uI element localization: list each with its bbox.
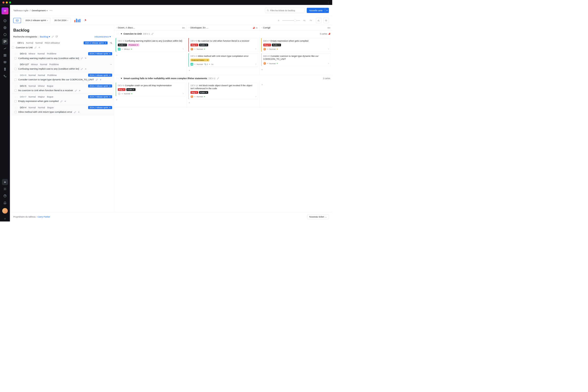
checkbox[interactable] — [14, 68, 17, 70]
drag-handle-icon[interactable]: ⋮⋮ — [116, 77, 120, 79]
board-card[interactable]: DEV-10Init block inside object doesn't g… — [188, 82, 258, 99]
nav-notifications[interactable] — [2, 200, 8, 206]
help-icon[interactable]: ? — [255, 63, 256, 66]
sprint-chip[interactable]: 2024.2 release sprint ✕ — [88, 52, 112, 55]
remove-icon[interactable]: ✕ — [196, 44, 197, 46]
help-icon[interactable]: ? — [328, 48, 329, 50]
backlog-row[interactable]: ⋮⋮ DEV-3 Mineur Normal Problème 2024.2 r… — [10, 51, 114, 62]
add-card-button[interactable]: + — [188, 101, 258, 105]
swimlane-header[interactable]: ⋮⋮ ▾ Smart-casting fails to infer nullab… — [114, 75, 332, 81]
checkbox[interactable] — [14, 100, 17, 102]
open-external-icon[interactable] — [55, 35, 58, 38]
swimlane-id[interactable]: DEV-1 — [143, 32, 150, 35]
tag[interactable]: Kotlin ✕ — [118, 44, 127, 46]
add-card-button[interactable]: + — [261, 68, 331, 72]
add-subtask-icon[interactable]: + — [85, 68, 87, 70]
chevron-left-icon[interactable]: ‹ — [116, 26, 117, 29]
breadcrumb-root[interactable]: Tableaux Agile — [13, 9, 28, 12]
help-icon[interactable]: ? — [328, 62, 329, 64]
owner-name[interactable]: Carry Parker — [38, 216, 50, 218]
sprint-chip[interactable]: 2024.2 release sprint ✕ — [88, 74, 112, 77]
more-icon[interactable]: ⋮ — [327, 1, 330, 4]
tag[interactable]: Kotlin ✕ — [199, 44, 208, 46]
search-input[interactable] — [270, 9, 302, 12]
date-selector[interactable]: 26 Oct 2024▾ — [52, 18, 71, 23]
edit-icon[interactable] — [96, 78, 98, 81]
help-icon[interactable]: ? — [255, 48, 256, 50]
minimize-window-button[interactable] — [6, 2, 8, 4]
chevron-left-icon[interactable]: ‹ — [189, 26, 190, 29]
remove-icon[interactable]: ✕ — [109, 85, 111, 87]
board-card[interactable]: DEV-9Compiler crash on java.util.Map imp… — [116, 82, 186, 96]
assignee-avatar[interactable] — [263, 48, 266, 50]
sprint-chip[interactable]: 2024.2 release sprint ✕ — [84, 42, 108, 44]
edit-icon[interactable] — [52, 35, 54, 38]
edit-icon[interactable] — [60, 100, 63, 102]
sprint-selector[interactable]: 2024.2 release sprint▾ — [23, 18, 50, 23]
drag-handle-icon[interactable]: ⋮⋮ — [14, 74, 18, 76]
checkbox[interactable] — [14, 90, 17, 92]
board-card[interactable]: DEV-3Confusing warning implicit cast to … — [116, 38, 186, 52]
backlog-search[interactable] — [265, 8, 304, 13]
board-column-header[interactable]: ‹ Développer, En … 1s — [187, 25, 260, 30]
help-icon[interactable]: ? — [182, 48, 184, 50]
add-card-button[interactable]: + — [116, 98, 186, 102]
add-subtask-icon[interactable]: + — [79, 89, 80, 92]
backlog-row[interactable]: ⋮⋮ DEV-4 Normal Normal Bogue 2024.2 rele… — [10, 104, 114, 116]
drag-handle-icon[interactable]: ⋮⋮ — [116, 32, 120, 34]
card-id[interactable]: DEV-7 — [263, 40, 270, 42]
tag[interactable]: Bug ✕ — [118, 88, 126, 91]
breadcrumb-more-icon[interactable]: ••• — [50, 9, 52, 12]
drag-handle-icon[interactable]: ⋮⋮ — [14, 85, 18, 87]
tag[interactable]: Bug ✕ — [263, 44, 271, 46]
assignee-avatar[interactable]: AS — [190, 63, 193, 66]
edit-icon[interactable] — [152, 32, 154, 35]
card-id[interactable]: DEV-5 — [190, 40, 197, 42]
help-icon[interactable]: ? — [255, 96, 256, 98]
app-logo[interactable]: YT — [2, 8, 8, 14]
board-card[interactable]: DEV-7Empty expression-when gets compiled… — [261, 38, 331, 52]
remove-icon[interactable]: ✕ — [104, 42, 106, 44]
nav-settings[interactable] — [2, 186, 8, 192]
issue-id[interactable]: DEV-3 — [20, 52, 26, 55]
edit-icon[interactable] — [81, 57, 83, 59]
card-id[interactable]: DEV-4 — [190, 55, 197, 57]
drag-handle-icon[interactable]: ⋮⋮ — [12, 42, 16, 44]
edit-icon[interactable] — [81, 68, 83, 70]
board-card[interactable]: DEV-8Consider coercion to target type dy… — [261, 53, 331, 66]
chevron-down-icon[interactable]: ▾ — [46, 9, 48, 12]
issue-id[interactable]: DEV-127 — [20, 63, 29, 66]
remove-icon[interactable]: ✕ — [124, 44, 126, 46]
nav-knowledge-base[interactable] — [2, 59, 8, 66]
help-icon[interactable]: ? — [182, 92, 184, 95]
add-subtask-icon[interactable]: + — [100, 78, 102, 81]
issue-id[interactable]: DEV-7 — [20, 96, 26, 98]
chevron-down-icon[interactable]: ▾ — [121, 77, 122, 80]
board-card[interactable]: DEV-5No coercion to Unit when function l… — [188, 38, 258, 52]
add-subtask-icon[interactable]: + — [85, 56, 87, 60]
create-button[interactable]: + — [2, 179, 8, 185]
checkbox[interactable] — [14, 57, 17, 59]
remove-icon[interactable]: ✕ — [123, 88, 124, 90]
nav-issues[interactable] — [2, 18, 8, 24]
issue-title[interactable]: Coercion to Unit — [16, 46, 32, 49]
edit-icon[interactable] — [74, 111, 76, 113]
remove-icon[interactable]: ✕ — [206, 44, 207, 46]
tag[interactable]: Kotlin ✕ — [199, 91, 208, 94]
remove-icon[interactable]: ✕ — [268, 44, 270, 46]
issue-title[interactable]: Consider coercion to target type dynamic… — [18, 78, 94, 81]
add-card-button[interactable]: + — [261, 82, 331, 87]
drag-handle-icon[interactable]: ⋮⋮ — [14, 53, 18, 55]
nav-agile-boards[interactable] — [2, 38, 8, 44]
backlog-row[interactable]: ⋮⋮ DEV-8 Normal Normal Problème 2024.2 r… — [10, 72, 114, 83]
unassigned-avatar[interactable] — [118, 92, 120, 95]
card-id[interactable]: DEV-10 — [190, 84, 198, 87]
card-id[interactable]: DEV-8 — [263, 55, 270, 57]
tv-mode-button[interactable]: TV — [310, 19, 312, 22]
chart-button[interactable] — [74, 18, 80, 22]
issue-title[interactable]: No coercion to Unit when function litera… — [18, 89, 73, 92]
drag-handle-icon[interactable]: ⋮⋮ — [14, 106, 18, 108]
add-subtask-icon[interactable]: + — [78, 110, 80, 114]
nav-dashboards[interactable] — [2, 25, 8, 31]
board-column-header[interactable]: ‹ Corrigé 0m — [260, 25, 332, 30]
